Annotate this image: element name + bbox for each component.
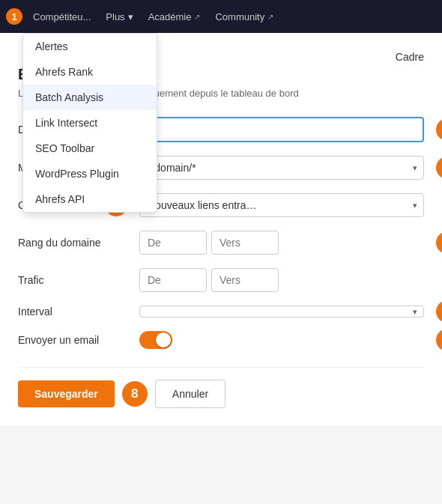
- trafic-de-input[interactable]: [139, 268, 207, 292]
- cancel-button[interactable]: Annuler: [155, 380, 225, 408]
- interval-label: Interval: [18, 306, 130, 318]
- chevron-down-icon: ▾: [128, 11, 133, 22]
- mode-control-wrap: *.domain/* ▾ 3: [139, 156, 424, 180]
- step-badge-3: 3: [436, 157, 442, 179]
- cadre-select[interactable]: Nouveaux liens entra… ▾: [139, 193, 424, 217]
- nav-label-plus: Plus: [106, 11, 124, 22]
- dropdown-item-ahrefs-api[interactable]: Ahrefs API: [23, 186, 157, 212]
- interval-row: Interval ▾ 6: [18, 306, 424, 318]
- button-row: Sauvegarder 8 Annuler: [18, 367, 424, 408]
- rang-de-input[interactable]: [139, 231, 207, 255]
- nav-label-community: Community: [215, 11, 264, 22]
- domain-control-wrap: 2: [139, 117, 424, 142]
- external-link-icon: ↗: [194, 13, 200, 21]
- trafic-control-wrap: [139, 268, 424, 292]
- email-label: Envoyer un email: [18, 334, 130, 346]
- mode-chevron-icon: ▾: [413, 163, 417, 173]
- interval-select[interactable]: ▾: [139, 306, 424, 318]
- nav-step-badge: 1: [6, 8, 22, 25]
- toggle-knob: [156, 333, 171, 347]
- nav-label-academie: Académie: [148, 11, 192, 22]
- trafic-row: Trafic: [18, 268, 424, 292]
- external-link-icon-community: ↗: [267, 13, 273, 21]
- dropdown-item-link-intersect[interactable]: Link Intersect: [23, 110, 157, 136]
- top-navigation: 1 Compétiteu... Plus ▾ Académie ↗ Commun…: [0, 0, 442, 33]
- nav-item-community[interactable]: Community ↗: [208, 0, 281, 33]
- nav-item-academie[interactable]: Académie ↗: [141, 0, 208, 33]
- step-badge-6: 6: [436, 300, 442, 323]
- nav-label-competitor: Compétiteu...: [33, 11, 91, 22]
- dropdown-item-ahrefs-rank[interactable]: Ahrefs Rank: [23, 59, 157, 85]
- trafic-input-pair: [139, 268, 279, 292]
- email-toggle[interactable]: [139, 331, 172, 349]
- rang-vers-input[interactable]: [211, 231, 279, 255]
- step-badge-5: 5: [436, 231, 442, 254]
- dropdown-item-seo-toolbar[interactable]: SEO Toolbar: [23, 136, 157, 161]
- interval-control-wrap: ▾ 6: [139, 306, 424, 318]
- cadre-header-label: Cadre: [396, 51, 424, 63]
- step-badge-7: 7: [436, 329, 442, 351]
- cadre-select-value: Nouveaux liens entra…: [148, 199, 257, 211]
- step-badge-2: 2: [436, 118, 442, 141]
- dropdown-item-batch-analysis[interactable]: Batch Analysis: [23, 85, 157, 110]
- save-button[interactable]: Sauvegarder: [18, 380, 115, 407]
- domain-input[interactable]: [139, 117, 424, 142]
- dropdown-item-alertes[interactable]: Alertes: [23, 34, 157, 59]
- email-control-wrap: 7: [139, 331, 424, 349]
- step-badge-8: 8: [122, 381, 148, 407]
- email-row: Envoyer un email 7: [18, 331, 424, 349]
- rang-input-pair: [139, 231, 279, 255]
- mode-select[interactable]: *.domain/* ▾: [139, 156, 424, 180]
- trafic-vers-input[interactable]: [211, 268, 279, 292]
- rang-row: Rang du domaine 5: [18, 231, 424, 255]
- rang-control-wrap: 5: [139, 231, 424, 255]
- nav-item-plus[interactable]: Plus ▾: [98, 0, 140, 33]
- trafic-label: Trafic: [18, 274, 130, 286]
- rang-label: Rang du domaine: [18, 237, 130, 249]
- interval-chevron-icon: ▾: [413, 307, 417, 317]
- nav-item-competitor[interactable]: Compétiteu...: [25, 0, 98, 33]
- cadre-control-wrap: 4 Nouveaux liens entra… ▾: [139, 193, 424, 217]
- plus-dropdown-menu: Alertes Ahrefs Rank Batch Analysis Link …: [22, 33, 157, 213]
- dropdown-item-wordpress-plugin[interactable]: WordPress Plugin: [23, 161, 157, 186]
- cadre-chevron-icon: ▾: [413, 201, 417, 210]
